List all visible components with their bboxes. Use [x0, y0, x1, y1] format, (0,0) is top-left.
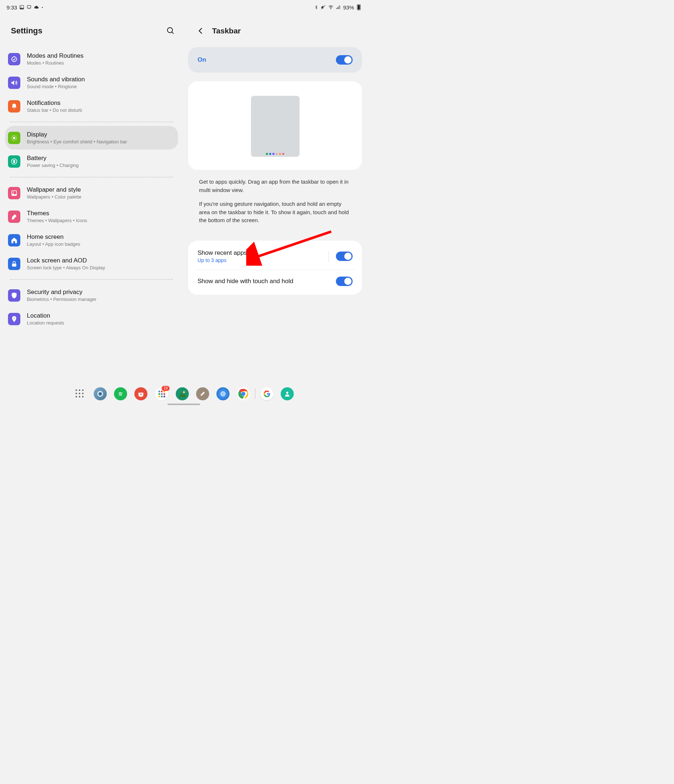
svg-point-11	[13, 137, 16, 139]
settings-item-battery[interactable]: BatteryPower saving • Charging	[5, 149, 178, 173]
settings-item-security-and-privacy[interactable]: Security and privacyBiometrics • Permiss…	[5, 283, 178, 307]
battery-icon	[8, 156, 20, 168]
dock-app-photos[interactable]	[176, 387, 189, 400]
svg-point-32	[221, 392, 225, 396]
settings-item-notifications[interactable]: NotificationsStatus bar • Do not disturb	[5, 94, 178, 118]
settings-item-display[interactable]: DisplayBrightness • Eye comfort shield •…	[5, 126, 178, 149]
detail-title: Taskbar	[212, 26, 241, 35]
image-icon	[19, 5, 24, 10]
dock-app-edit[interactable]	[196, 387, 209, 400]
dock-app-chrome[interactable]	[237, 387, 250, 400]
svg-rect-24	[12, 218, 14, 219]
option-divider	[328, 251, 329, 262]
svg-line-19	[16, 136, 16, 137]
svg-rect-25	[12, 263, 16, 266]
search-icon[interactable]	[165, 26, 176, 36]
dock-app-4[interactable]: 19	[155, 387, 168, 401]
dock-separator	[255, 388, 255, 399]
signal-icon	[336, 5, 341, 10]
settings-item-themes[interactable]: ThemesThemes • Wallpapers • Icons	[5, 205, 178, 228]
dock-app-authenticator[interactable]	[217, 387, 229, 400]
status-bar: 9:33 93%	[0, 0, 367, 14]
svg-point-8	[167, 28, 173, 33]
lock-icon	[8, 258, 20, 270]
svg-rect-6	[339, 6, 339, 9]
gesture-handle[interactable]	[167, 404, 200, 405]
section-divider	[10, 177, 173, 177]
settings-item-lock-screen-and-aod[interactable]: Lock screen and AODScreen lock type • Al…	[5, 252, 178, 275]
mute-icon	[321, 5, 326, 10]
battery-percent: 93%	[343, 5, 354, 11]
svg-point-23	[13, 191, 14, 193]
shield-icon	[8, 289, 20, 302]
inbox-icon	[27, 5, 31, 10]
pin-icon	[8, 313, 20, 325]
svg-point-37	[286, 392, 288, 394]
section-divider	[10, 121, 173, 122]
settings-item-sounds-and-vibration[interactable]: Sounds and vibrationSound mode • Rington…	[5, 71, 178, 94]
dock-recent-2[interactable]	[281, 387, 294, 400]
section-divider	[10, 279, 173, 280]
tablet-preview	[251, 96, 300, 157]
svg-rect-21	[13, 160, 14, 163]
settings-item-modes-and-routines[interactable]: Modes and RoutinesModes • Routines	[5, 47, 178, 71]
options-card: Show recent apps Up to 3 apps Show and h…	[188, 241, 362, 295]
master-toggle[interactable]	[336, 55, 353, 65]
brush-icon	[8, 210, 20, 223]
apps-grid-icon[interactable]	[73, 387, 86, 400]
svg-text:G: G	[140, 393, 142, 396]
home-icon	[8, 234, 20, 246]
settings-item-location[interactable]: LocationLocation requests	[5, 307, 178, 331]
image-icon	[8, 187, 20, 199]
on-label: On	[198, 56, 336, 64]
cloud-icon	[34, 5, 40, 10]
target-icon	[8, 53, 20, 65]
svg-point-26	[13, 317, 15, 319]
dock-app-4-badge: 19	[162, 386, 170, 391]
show-recent-apps-toggle[interactable]	[336, 252, 353, 261]
show-hide-touch-hold-row[interactable]: Show and hide with touch and hold	[188, 270, 362, 292]
svg-rect-7	[340, 5, 340, 9]
svg-point-10	[12, 57, 16, 61]
svg-line-9	[172, 32, 173, 34]
svg-point-29	[100, 393, 101, 395]
preview-card	[188, 81, 362, 170]
battery-icon	[356, 5, 360, 10]
svg-point-31	[183, 391, 185, 394]
dock-recent-google[interactable]	[261, 387, 273, 400]
svg-line-17	[16, 139, 16, 140]
back-button[interactable]	[195, 25, 206, 36]
show-recent-apps-row[interactable]: Show recent apps Up to 3 apps	[188, 243, 362, 270]
status-time: 9:33	[6, 5, 17, 11]
dock-app-3[interactable]: G	[134, 387, 147, 400]
svg-point-1	[21, 6, 22, 7]
bluetooth-icon	[314, 5, 318, 10]
settings-title: Settings	[11, 26, 42, 36]
dock-app-spotify[interactable]	[114, 387, 127, 400]
wifi-icon	[328, 5, 334, 10]
show-recent-apps-label: Show recent apps	[198, 249, 323, 257]
more-dot-icon	[42, 7, 43, 8]
sun-icon	[8, 132, 20, 144]
svg-point-3	[331, 9, 331, 9]
settings-item-wallpaper-and-style[interactable]: Wallpaper and styleWallpapers • Color pa…	[5, 181, 178, 205]
svg-point-33	[222, 393, 224, 395]
master-toggle-row[interactable]: On	[188, 47, 362, 73]
svg-rect-4	[336, 8, 337, 9]
svg-line-18	[12, 139, 13, 140]
show-recent-apps-sub: Up to 3 apps	[198, 257, 323, 263]
speaker-icon	[8, 76, 20, 89]
show-hide-touch-hold-toggle[interactable]	[336, 277, 353, 286]
svg-line-16	[12, 136, 13, 137]
show-hide-touch-hold-label: Show and hide with touch and hold	[198, 278, 331, 285]
settings-item-home-screen[interactable]: Home screenLayout • App icon badges	[5, 228, 178, 252]
description-text: Get to apps quickly. Drag an app from th…	[188, 170, 362, 234]
bell-icon	[8, 100, 20, 112]
dock-app-1[interactable]	[94, 387, 107, 400]
taskbar-dock: G 19	[0, 387, 367, 401]
svg-rect-5	[337, 7, 338, 9]
